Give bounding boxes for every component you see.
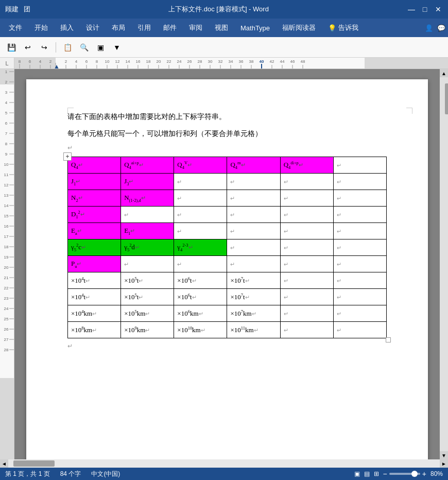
menu-file[interactable]: 文件 [3,20,28,36]
table-cell[interactable]: ↵ [280,305,333,322]
table-cell[interactable]: γ42-3↵ [174,239,227,256]
scroll-left-arrow[interactable]: ◄ [0,459,8,468]
view-icon-2[interactable]: ▤ [364,470,370,477]
table-cell[interactable]: ×105km↵ [121,305,174,322]
table-cell[interactable]: ↵ [227,207,280,223]
table-cell[interactable]: ↵ [174,174,227,190]
menu-home[interactable]: 开始 [28,20,54,36]
table-cell[interactable]: ↵ [333,305,386,322]
table-cell[interactable]: J1↵ [68,174,121,190]
menu-reader[interactable]: 福昕阅读器 [276,20,322,36]
zoom-track[interactable] [389,473,420,475]
close-button[interactable]: ✕ [434,5,443,14]
table-cell[interactable]: Ea↵ [68,223,121,239]
table-cell[interactable]: ↵ [227,256,280,272]
table-cell[interactable]: γ52c↵ [68,239,121,256]
table-cell[interactable]: ↵ [174,190,227,207]
table-cell[interactable]: ↵ [280,174,333,190]
table-cell[interactable]: ↵ [121,256,174,272]
table-cell[interactable]: Q4m↵ [227,157,280,174]
table-cell[interactable]: ↵ [333,256,386,272]
table-cell[interactable]: Q4ai+p↵ [121,157,174,174]
table-cell[interactable]: ↵ [121,207,174,223]
table-cell[interactable]: ×1010km↵ [174,322,227,338]
table-cell[interactable]: ×107km↵ [227,305,280,322]
table-cell[interactable]: E1↵ [121,223,174,239]
table-cell[interactable]: ×1011km↵ [227,322,280,338]
zoom-minus-button[interactable]: − [383,470,387,478]
table-cell[interactable]: ×108km↵ [68,322,121,338]
clipboard-button[interactable]: 📋 [60,40,75,55]
table-cell[interactable]: Q4↵ [68,157,121,174]
menu-view[interactable]: 视图 [209,20,234,36]
document-area[interactable]: 请在下面的表格中增加需要比对的上下标字符串。 每个单元格只能写一个，可以增加行和… [14,69,440,459]
comment-icon[interactable]: 💬 [437,24,445,32]
view-icon-3[interactable]: ⊞ [374,470,379,477]
table-cell[interactable]: ↵ [227,239,280,256]
table-cell[interactable]: ×107t↵ [227,289,280,305]
search-button[interactable]: 🔍 [77,40,91,55]
menu-insert[interactable]: 插入 [54,20,80,36]
table-cell[interactable]: ×105t↵ [121,289,174,305]
zoom-thumb[interactable] [411,471,418,477]
scroll-h-thumb[interactable] [13,460,55,467]
save-button[interactable]: 💾 [4,40,19,55]
table-cell[interactable]: ↵ [280,256,333,272]
vertical-scrollbar[interactable]: ▲ ▼ [440,69,448,459]
table-cell[interactable]: ↵ [333,239,386,256]
table-cell[interactable]: ×106km↵ [174,305,227,322]
table-cell[interactable]: ×104t↵ [68,289,121,305]
table-cell[interactable]: ×106t↵ [174,272,227,289]
table-cell[interactable]: ↵ [280,207,333,223]
menu-tell-me[interactable]: 💡 告诉我 [322,20,365,36]
menu-review[interactable]: 审阅 [183,20,209,36]
table-cell[interactable]: J3↵ [121,174,174,190]
scroll-down-arrow[interactable]: ▼ [440,451,448,459]
table-cell[interactable]: ×105t↵ [121,272,174,289]
table-cell[interactable]: ↵ [280,190,333,207]
table-cell[interactable]: ↵ [280,223,333,239]
table-cell[interactable]: Q4V↵ [174,157,227,174]
menu-layout[interactable]: 布局 [106,20,131,36]
table-cell[interactable]: Pu↵ [68,256,121,272]
zoom-plus-button[interactable]: + [422,470,426,478]
scroll-up-arrow[interactable]: ▲ [440,69,448,77]
table-cell[interactable]: ↵ [174,223,227,239]
undo-button[interactable]: ↩ [21,40,35,55]
table-cell[interactable]: ↵ [333,157,386,174]
table-cell[interactable]: ×107t↵ [227,272,280,289]
table-cell[interactable]: ×104t↵ [68,272,121,289]
table-cell[interactable]: ↵ [280,239,333,256]
horizontal-scrollbar[interactable]: ◄ ► [0,459,448,468]
minimize-button[interactable]: — [407,5,416,14]
table-resize-handle[interactable] [386,337,391,342]
table-cell[interactable]: Q4di+p↵ [280,157,333,174]
table-cell[interactable]: ↵ [333,174,386,190]
scroll-thumb[interactable] [445,83,448,114]
menu-references[interactable]: 引用 [131,20,157,36]
table-cell[interactable]: ↵ [333,272,386,289]
table-cell[interactable]: ↵ [174,207,227,223]
menu-mailings[interactable]: 邮件 [157,20,183,36]
table-cell[interactable]: N2↵ [68,190,121,207]
table-cell[interactable]: ↵ [227,223,280,239]
table-cell[interactable]: ↵ [227,174,280,190]
redo-button[interactable]: ↪ [37,40,51,55]
table-cell[interactable]: ×104km↵ [68,305,121,322]
scroll-right-arrow[interactable]: ► [440,459,448,468]
more-button[interactable]: ▼ [110,40,124,55]
table-cell[interactable]: ↵ [174,256,227,272]
menu-design[interactable]: 设计 [80,20,106,36]
table-cell[interactable]: ↵ [280,272,333,289]
maximize-button[interactable]: □ [420,5,429,14]
table-cell[interactable]: ×109km↵ [121,322,174,338]
table-cell[interactable]: ↵ [333,223,386,239]
table-cell[interactable]: ↵ [333,289,386,305]
table-cell[interactable]: N(1-2),d↵ [121,190,174,207]
view-icon-1[interactable]: ▣ [354,470,360,477]
add-row-button[interactable]: + [63,152,72,161]
table-cell[interactable]: ↵ [333,322,386,338]
table-cell[interactable]: D12↵ [68,207,121,223]
table-cell[interactable]: ×106t↵ [174,289,227,305]
table-cell[interactable]: ↵ [280,322,333,338]
